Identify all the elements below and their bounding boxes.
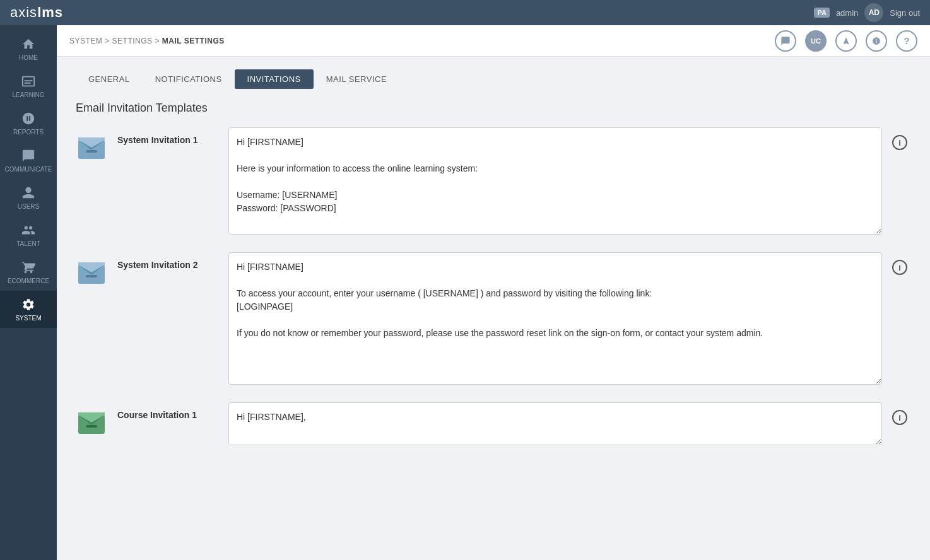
invitation-label-2: System Invitation 2 xyxy=(117,252,218,270)
communicate-icon xyxy=(21,148,36,163)
header-right: PA admin AD Sign out xyxy=(814,3,920,22)
section-title: Email Invitation Templates xyxy=(76,102,911,115)
home-icon xyxy=(21,37,36,52)
users-icon xyxy=(21,185,36,201)
learning-icon xyxy=(21,74,36,89)
sidebar-item-ecommerce[interactable]: ECOMMERCE xyxy=(0,254,57,291)
invitation-item-3: Course Invitation 1 Hi [FIRSTNAME], i xyxy=(76,402,911,448)
breadcrumb: SYSTEM > SETTINGS > MAIL SETTINGS xyxy=(69,37,225,45)
chat-button[interactable] xyxy=(775,30,796,52)
tab-general[interactable]: GENERAL xyxy=(76,69,143,89)
invitation-info-3: i xyxy=(892,402,911,425)
reports-icon xyxy=(21,111,36,126)
invitation-label-1: System Invitation 1 xyxy=(117,127,218,145)
sub-header: SYSTEM > SETTINGS > MAIL SETTINGS UC ? xyxy=(57,25,930,57)
invitation-textarea-2[interactable]: Hi [FIRSTNAME] To access your account, e… xyxy=(228,252,882,385)
invitation-textarea-wrap-2: Hi [FIRSTNAME] To access your account, e… xyxy=(228,252,882,387)
envelope-icon-1 xyxy=(76,132,107,164)
invitation-info-2: i xyxy=(892,252,911,275)
top-header: axislms PA admin AD Sign out xyxy=(0,0,930,25)
info-circle-2[interactable]: i xyxy=(892,260,907,275)
ecommerce-icon xyxy=(21,260,36,275)
ad-avatar: AD xyxy=(864,3,883,22)
svg-rect-7 xyxy=(86,275,97,277)
tabs: GENERAL NOTIFICATIONS INVITATIONS MAIL S… xyxy=(76,69,911,89)
tab-notifications[interactable]: NOTIFICATIONS xyxy=(143,69,235,89)
sidebar-item-system[interactable]: SYSTEM xyxy=(0,291,57,328)
envelope-icon-2 xyxy=(76,257,107,289)
invitation-info-1: i xyxy=(892,127,911,150)
tab-invitations[interactable]: INVITATIONS xyxy=(235,69,314,89)
sidebar: HOME LEARNING REPORTS COMMUNICATE USERS xyxy=(0,25,57,560)
invitation-textarea-wrap-3: Hi [FIRSTNAME], xyxy=(228,402,882,448)
content-area: SYSTEM > SETTINGS > MAIL SETTINGS UC ? xyxy=(57,25,930,560)
navigate-button[interactable] xyxy=(835,30,857,52)
system-icon xyxy=(21,297,36,312)
svg-rect-3 xyxy=(86,150,97,153)
sidebar-item-learning[interactable]: LEARNING xyxy=(0,67,57,105)
logo: axislms xyxy=(10,4,63,21)
sign-out-button[interactable]: Sign out xyxy=(890,8,920,18)
invitation-textarea-1[interactable]: Hi [FIRSTNAME] Here is your information … xyxy=(228,127,882,235)
invitation-textarea-wrap-1: Hi [FIRSTNAME] Here is your information … xyxy=(228,127,882,237)
sidebar-item-talent[interactable]: TALENT xyxy=(0,216,57,254)
header-icons: UC ? xyxy=(775,30,917,52)
invitation-item-2: System Invitation 2 Hi [FIRSTNAME] To ac… xyxy=(76,252,911,387)
sidebar-item-reports[interactable]: REPORTS xyxy=(0,105,57,142)
svg-rect-11 xyxy=(86,425,97,428)
tab-mail-service[interactable]: MAIL SERVICE xyxy=(314,69,399,89)
envelope-icon-3 xyxy=(76,407,107,439)
sidebar-item-home[interactable]: HOME xyxy=(0,30,57,67)
info-circle-1[interactable]: i xyxy=(892,135,907,150)
invitation-item-1: System Invitation 1 Hi [FIRSTNAME] Here … xyxy=(76,127,911,237)
sidebar-item-communicate[interactable]: COMMUNICATE xyxy=(0,142,57,179)
invitation-textarea-3[interactable]: Hi [FIRSTNAME], xyxy=(228,402,882,445)
main-layout: HOME LEARNING REPORTS COMMUNICATE USERS xyxy=(0,25,930,560)
admin-label: admin xyxy=(836,8,858,18)
info-button[interactable] xyxy=(866,30,887,52)
help-button[interactable]: ? xyxy=(896,30,917,52)
invitation-label-3: Course Invitation 1 xyxy=(117,402,218,420)
info-circle-3[interactable]: i xyxy=(892,410,907,425)
page-content: GENERAL NOTIFICATIONS INVITATIONS MAIL S… xyxy=(57,57,930,560)
uc-button[interactable]: UC xyxy=(805,30,827,52)
sidebar-item-users[interactable]: USERS xyxy=(0,179,57,216)
pa-badge: PA xyxy=(814,8,829,18)
talent-icon xyxy=(21,223,36,238)
